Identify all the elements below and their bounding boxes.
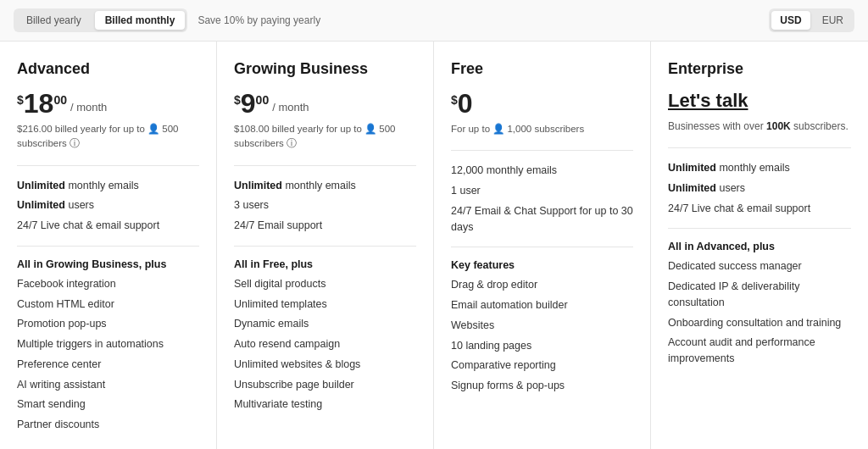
feature-line: Promotion pop-ups: [17, 316, 199, 332]
divider: [17, 165, 199, 166]
feature-line: Unlimited websites & blogs: [234, 357, 416, 373]
feature-line: Dedicated success manager: [668, 258, 851, 274]
plan-advanced-section-title: All in Growing Business, plus: [17, 258, 199, 270]
feature-line: Sell digital products: [234, 276, 416, 292]
plan-advanced-price-row: $ 18 00 / month: [17, 90, 199, 117]
feature-line: Unlimited monthly emails: [668, 160, 851, 176]
feature-line: 24/7 Email & Chat Support for up to 30 d…: [451, 203, 633, 236]
plan-enterprise-lets-talk[interactable]: Let's talk: [668, 90, 851, 112]
feature-line: Unlimited users: [668, 180, 851, 197]
feature-line: Custom HTML editor: [17, 297, 199, 313]
divider: [451, 247, 633, 247]
billing-monthly-btn[interactable]: Billed monthly: [95, 11, 186, 30]
divider: [234, 165, 416, 166]
plan-growing-name: Growing Business: [234, 60, 416, 78]
plan-growing: Growing Business $ 9 00 / month $108.00 …: [217, 42, 434, 449]
currency-usd-btn[interactable]: USD: [771, 11, 810, 30]
plan-advanced-price-sup: 00: [53, 93, 67, 107]
feature-line: Unlimited monthly emails: [17, 178, 199, 194]
plan-advanced-price-per: / month: [70, 101, 107, 114]
feature-line: Unlimited templates: [234, 297, 416, 313]
feature-line: Preference center: [17, 357, 199, 373]
plan-advanced-symbol: $: [17, 93, 24, 107]
feature-line: 10 landing pages: [451, 338, 633, 354]
plan-enterprise-section-title: All in Advanced, plus: [668, 241, 851, 252]
feature-line: Facebook integration: [17, 276, 199, 292]
top-bar: Billed yearly Billed monthly Save 10% by…: [0, 0, 868, 42]
plan-free: Free $ 0 For up to 👤 1,000 subscribers 1…: [434, 42, 651, 449]
divider: [668, 228, 851, 229]
feature-line: 24/7 Email support: [234, 218, 416, 234]
divider: [451, 150, 633, 151]
feature-line: Auto resend campaign: [234, 336, 416, 352]
feature-line: Comparative reporting: [451, 358, 633, 374]
plan-advanced-price-sub: $216.00 billed yearly for up to 👤 500 su…: [17, 122, 199, 152]
plan-growing-price-per: / month: [272, 101, 309, 114]
plan-free-symbol: $: [451, 93, 458, 107]
billing-toggle: Billed yearly Billed monthly: [14, 8, 187, 32]
plan-free-price-main: 0: [458, 90, 473, 117]
plan-free-section-title: Key features: [451, 259, 633, 271]
feature-line: Drag & drop editor: [451, 277, 633, 293]
divider: [234, 246, 416, 247]
plan-enterprise: Enterprise Let's talk Businesses with ov…: [651, 42, 868, 449]
plan-growing-section-title: All in Free, plus: [234, 258, 416, 270]
plan-advanced-price-main: 18: [24, 90, 54, 117]
billing-yearly-btn[interactable]: Billed yearly: [16, 11, 92, 30]
feature-line: Partner discounts: [17, 417, 199, 433]
feature-line: Dedicated IP & deliverability consultati…: [668, 279, 851, 311]
feature-line: 1 user: [451, 183, 633, 199]
divider: [668, 147, 851, 148]
feature-line: Unsubscribe page builder: [234, 377, 416, 393]
currency-toggle: USD EUR: [769, 8, 854, 32]
feature-line: Websites: [451, 318, 633, 334]
plan-free-name: Free: [451, 60, 633, 78]
feature-line: Onboarding consultation and training: [668, 315, 851, 331]
currency-eur-btn[interactable]: EUR: [814, 11, 852, 30]
feature-line: Multivariate testing: [234, 396, 416, 413]
plan-growing-symbol: $: [234, 93, 241, 107]
feature-line: Unlimited users: [17, 197, 199, 213]
plan-growing-price-row: $ 9 00 / month: [234, 90, 416, 117]
feature-line: AI writing assistant: [17, 377, 199, 393]
feature-line: Smart sending: [17, 396, 199, 413]
page-wrapper: Billed yearly Billed monthly Save 10% by…: [0, 0, 868, 449]
plan-advanced: Advanced $ 18 00 / month $216.00 billed …: [0, 42, 217, 449]
feature-line: 24/7 Live chat & email support: [668, 201, 851, 217]
feature-line: Unlimited monthly emails: [234, 178, 416, 194]
plan-growing-price-sub: $108.00 billed yearly for up to 👤 500 su…: [234, 122, 416, 152]
feature-line: 12,000 monthly emails: [451, 163, 633, 179]
plans-grid: Advanced $ 18 00 / month $216.00 billed …: [0, 42, 868, 449]
plan-advanced-name: Advanced: [17, 60, 199, 78]
plan-free-price-sub: For up to 👤 1,000 subscribers: [451, 122, 633, 136]
feature-line: 24/7 Live chat & email support: [17, 218, 199, 234]
divider: [17, 246, 199, 247]
feature-line: Dynamic emails: [234, 316, 416, 332]
feature-line: Account audit and performance improvemen…: [668, 335, 851, 367]
feature-line: Email automation builder: [451, 297, 633, 313]
plan-growing-price-sup: 00: [256, 93, 270, 107]
plan-growing-price-main: 9: [241, 90, 256, 117]
feature-line: Multiple triggers in automations: [17, 336, 199, 352]
save-text: Save 10% by paying yearly: [198, 14, 320, 26]
feature-line: Signup forms & pop-ups: [451, 378, 633, 394]
plan-free-price-row: $ 0: [451, 90, 633, 117]
feature-line: 3 users: [234, 197, 416, 213]
plan-enterprise-sub: Businesses with over 100K subscribers.: [668, 119, 851, 134]
plan-enterprise-name: Enterprise: [668, 60, 851, 78]
